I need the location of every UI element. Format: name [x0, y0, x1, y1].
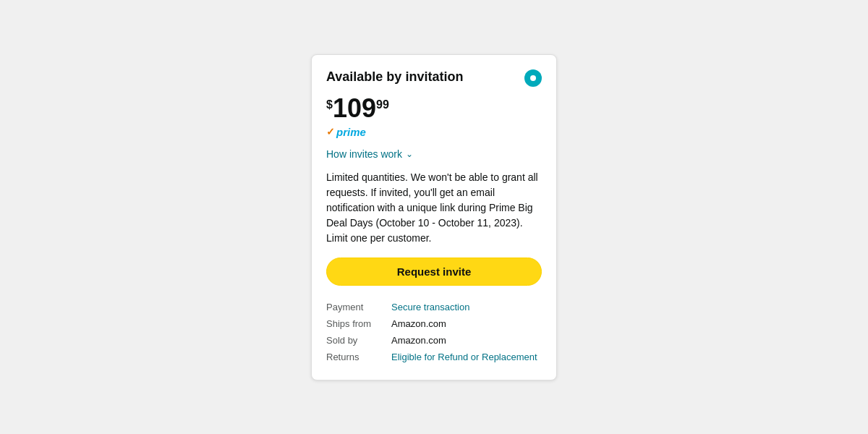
info-value: Amazon.com [391, 315, 542, 332]
description-text: Limited quantities. We won't be able to … [326, 170, 542, 246]
price-row: $ 109 99 [326, 95, 542, 122]
info-value-link[interactable]: Secure transaction [391, 302, 469, 312]
info-row: PaymentSecure transaction [326, 299, 542, 315]
info-row: Ships fromAmazon.com [326, 315, 542, 332]
prime-label: prime [336, 126, 366, 138]
info-row: ReturnsEligible for Refund or Replacemen… [326, 349, 542, 365]
info-value-link[interactable]: Eligible for Refund or Replacement [391, 352, 537, 362]
info-row: Sold byAmazon.com [326, 332, 542, 349]
prime-check-icon: ✓ [326, 126, 335, 137]
info-value: Eligible for Refund or Replacement [391, 349, 542, 365]
how-invites-label: How invites work [326, 148, 402, 160]
info-value: Amazon.com [391, 332, 542, 349]
price-cents: 99 [376, 98, 389, 111]
info-label: Returns [326, 349, 391, 365]
how-invites-link[interactable]: How invites work ⌄ [326, 148, 542, 160]
available-title: Available by invitation [326, 69, 463, 85]
info-table: PaymentSecure transactionShips fromAmazo… [326, 299, 542, 365]
card-header: Available by invitation [326, 69, 542, 87]
info-value: Secure transaction [391, 299, 542, 315]
prime-row: ✓ prime [326, 126, 542, 138]
request-invite-button[interactable]: Request invite [326, 258, 542, 286]
chevron-down-icon: ⌄ [406, 149, 413, 159]
info-label: Ships from [326, 315, 391, 332]
price-main: 109 [333, 95, 376, 122]
selected-radio-icon[interactable] [524, 69, 542, 87]
info-label: Payment [326, 299, 391, 315]
info-label: Sold by [326, 332, 391, 349]
invitation-card: Available by invitation $ 109 99 ✓ prime… [311, 54, 557, 380]
price-dollar-sign: $ [326, 98, 333, 111]
